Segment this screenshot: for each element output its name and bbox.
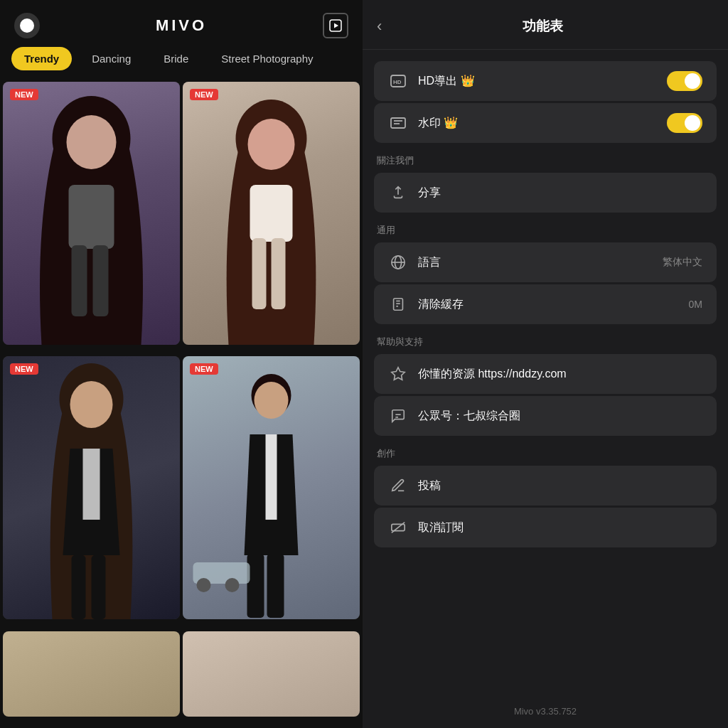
svg-rect-7 — [69, 185, 114, 249]
help-section-label: 幫助與支持 — [363, 326, 728, 353]
new-badge-2: NEW — [190, 89, 218, 100]
clear-cache-label: 清除緩存 — [418, 297, 679, 312]
chat-icon — [388, 406, 408, 426]
svg-rect-24 — [267, 554, 284, 618]
grid-item-3[interactable]: NEW — [3, 356, 180, 619]
play-button[interactable] — [323, 13, 348, 38]
hd-icon: HD — [388, 71, 408, 91]
clear-cache-row[interactable]: 清除緩存 0M — [374, 284, 717, 324]
svg-rect-17 — [83, 449, 100, 520]
cache-icon — [388, 294, 408, 314]
submit-row[interactable]: 投稿 — [374, 466, 717, 505]
tabs-row: Trendy Dancing Bride Street Photography — [0, 47, 363, 79]
unsubscribe-icon — [388, 518, 408, 537]
watermark-toggle[interactable] — [667, 113, 702, 133]
new-badge-1: NEW — [10, 89, 38, 100]
tab-street[interactable]: Street Photography — [208, 47, 326, 70]
submit-label: 投稿 — [418, 478, 702, 493]
svg-rect-9 — [93, 245, 109, 316]
svg-rect-36 — [394, 299, 403, 311]
hd-export-toggle[interactable] — [667, 71, 702, 91]
svg-rect-12 — [250, 185, 293, 242]
watermark-label: 水印 👑 — [418, 116, 657, 131]
svg-point-11 — [248, 119, 295, 170]
svg-point-6 — [67, 115, 117, 169]
right-panel-title: 功能表 — [389, 17, 697, 36]
svg-rect-14 — [272, 238, 286, 309]
resource-row[interactable]: 你懂的资源 https://nddzy.com — [374, 354, 717, 394]
right-panel: ‹ 功能表 HD HD導出 👑 — [363, 0, 728, 728]
unsubscribe-row[interactable]: 取消訂閱 — [374, 508, 717, 547]
create-section-label: 創作 — [363, 437, 728, 464]
svg-text:HD: HD — [393, 79, 402, 85]
language-icon — [388, 252, 408, 272]
watermark-row[interactable]: 水印 👑 — [374, 103, 717, 143]
new-badge-3: NEW — [10, 363, 38, 375]
unsubscribe-label: 取消訂閱 — [418, 520, 702, 535]
grid-item-4[interactable]: NEW — [183, 356, 360, 619]
tab-dancing[interactable]: Dancing — [79, 47, 144, 70]
wechat-label: 公眾号：七叔综合圈 — [418, 409, 702, 424]
content-grid: NEW NEW — [0, 79, 363, 728]
tab-trendy[interactable]: Trendy — [11, 47, 72, 70]
back-button[interactable]: ‹ — [377, 14, 389, 38]
svg-rect-30 — [391, 118, 405, 128]
grid-item-1[interactable]: NEW — [3, 82, 180, 345]
language-label: 語言 — [418, 255, 653, 270]
submit-icon — [388, 476, 408, 496]
general-section-label: 通用 — [363, 214, 728, 241]
app-title: MIVO — [156, 16, 207, 35]
grid-item-2[interactable]: NEW — [183, 82, 360, 345]
svg-rect-23 — [247, 554, 264, 618]
svg-marker-40 — [392, 368, 405, 380]
clear-cache-value: 0M — [689, 299, 702, 310]
version-text: Mivo v3.35.752 — [363, 695, 728, 728]
new-badge-4: NEW — [190, 363, 218, 375]
wechat-row[interactable]: 公眾号：七叔综合圈 — [374, 396, 717, 436]
share-icon — [388, 183, 408, 203]
share-row[interactable]: 分享 — [374, 173, 717, 213]
tab-bride[interactable]: Bride — [151, 47, 201, 70]
grid-item-6[interactable] — [183, 631, 360, 717]
svg-rect-22 — [266, 434, 277, 520]
svg-rect-18 — [72, 555, 86, 619]
svg-marker-4 — [334, 23, 338, 28]
svg-point-27 — [225, 578, 240, 592]
hd-export-row[interactable]: HD HD導出 👑 — [374, 61, 717, 101]
svg-rect-8 — [72, 245, 87, 316]
settings-list: HD HD導出 👑 水印 👑 關注我們 — [363, 50, 728, 695]
svg-point-2 — [26, 24, 28, 27]
star-icon — [388, 364, 408, 384]
language-value: 繁体中文 — [663, 256, 702, 269]
hd-export-label: HD導出 👑 — [418, 74, 657, 89]
svg-rect-19 — [92, 555, 106, 619]
share-label: 分享 — [418, 186, 702, 200]
resource-label: 你懂的资源 https://nddzy.com — [418, 367, 702, 382]
svg-point-26 — [197, 578, 211, 592]
svg-point-16 — [70, 381, 113, 428]
logo-icon — [14, 13, 40, 38]
header: MIVO — [0, 0, 363, 47]
watermark-icon — [388, 113, 408, 133]
language-row[interactable]: 語言 繁体中文 — [374, 242, 717, 282]
grid-item-5[interactable] — [3, 631, 180, 717]
left-panel: MIVO Trendy Dancing Bride Street Photogr… — [0, 0, 363, 728]
follow-us-section-label: 關注我們 — [363, 144, 728, 171]
svg-point-21 — [255, 382, 289, 419]
svg-rect-13 — [252, 238, 267, 309]
right-header: ‹ 功能表 — [363, 0, 728, 50]
